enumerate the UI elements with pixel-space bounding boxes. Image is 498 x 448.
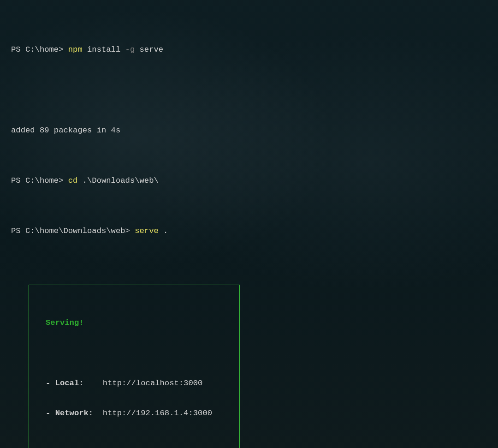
prompt-line: PS C:\home> cd .\Downloads\web\ <box>0 176 498 186</box>
serve-network-row: - Network: http://192.168.1.4:3000 <box>46 408 239 418</box>
prompt-path: C:\home> <box>25 176 68 185</box>
terminal-pane[interactable]: PS C:\home> npm install -g serve added 8… <box>0 0 498 448</box>
prompt-path: C:\home> <box>25 45 68 54</box>
serve-status-box: Serving! - Local: http://localhost:3000 … <box>29 285 240 448</box>
command: cd <box>68 176 78 185</box>
prompt-line: PS C:\home> npm install -g serve <box>0 45 498 55</box>
prompt-prefix: PS <box>11 176 25 185</box>
cmd-args: . <box>159 227 168 235</box>
serve-title: Serving! <box>46 318 239 328</box>
command: serve <box>135 227 159 235</box>
serve-local-label: - Local: <box>46 379 103 388</box>
command: npm <box>68 45 83 54</box>
serve-network-url[interactable]: http://192.168.1.4:3000 <box>103 409 212 418</box>
prompt-path: C:\home\Downloads\web> <box>25 227 135 235</box>
prompt-prefix: PS <box>11 227 25 235</box>
prompt-line: PS C:\home\Downloads\web> serve . <box>0 226 498 236</box>
serve-local-row: - Local: http://localhost:3000 <box>46 378 239 388</box>
prompt-prefix: PS <box>11 45 25 54</box>
serve-local-url[interactable]: http://localhost:3000 <box>103 379 203 388</box>
cmd-args: install -g serve <box>83 45 163 54</box>
output-line: added 89 packages in 4s <box>0 125 498 136</box>
serve-network-label: - Network: <box>46 409 103 418</box>
cmd-args: .\Downloads\web\ <box>77 176 158 185</box>
